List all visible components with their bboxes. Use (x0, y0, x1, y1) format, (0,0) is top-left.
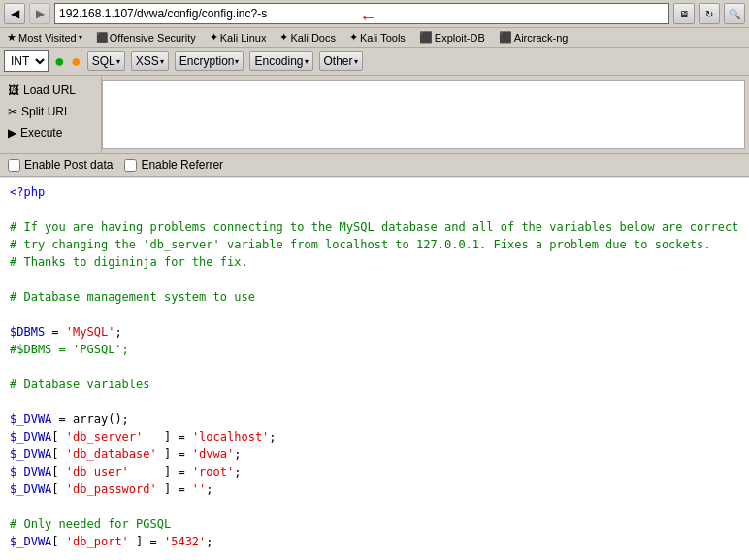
encoding-menu-arrow: ▾ (305, 57, 309, 66)
post-data-checkbox[interactable] (8, 159, 20, 172)
bookmark-aircrack-ng[interactable]: ⬛ Aircrack-ng (496, 30, 571, 45)
address-bar-row: ◀ ▶ ← 🖥 ↻ 🔍 (0, 0, 749, 28)
url-input-area: 🖼 Load URL ✂ Split URL ▶ Execute (0, 76, 749, 153)
split-url-icon: ✂ (8, 105, 17, 118)
bookmark-kali-docs[interactable]: ✦ Kali Docs (277, 30, 338, 45)
bookmark-most-visited[interactable]: ★ Most Visited ▾ (4, 30, 85, 45)
code-content: <?php # If you are having problems conne… (10, 183, 739, 560)
other-menu-arrow: ▾ (354, 57, 358, 66)
orange-indicator: ● (71, 52, 81, 70)
execute-icon: ▶ (8, 126, 16, 140)
kali-tools-icon: ✦ (349, 31, 358, 44)
forward-button[interactable]: ▶ (29, 3, 50, 24)
sql-menu-button[interactable]: SQL ▾ (87, 51, 125, 71)
offensive-security-icon: ⬛ (96, 32, 108, 43)
sql-menu-arrow: ▾ (116, 57, 120, 66)
most-visited-icon: ★ (7, 31, 16, 44)
search-button[interactable]: 🔍 (724, 3, 745, 24)
xss-menu-button[interactable]: XSS ▾ (131, 51, 169, 71)
bookmark-exploit-db[interactable]: ⬛ Exploit-DB (416, 30, 488, 45)
bookmark-kali-tools[interactable]: ✦ Kali Tools (346, 30, 408, 45)
referrer-checkbox[interactable] (124, 159, 137, 172)
post-data-checkbox-label[interactable]: Enable Post data (8, 158, 113, 172)
bookmarks-bar: ★ Most Visited ▾ ⬛ Offensive Security ✦ … (0, 28, 749, 48)
red-arrow-indicator: ← (359, 6, 378, 28)
execute-button[interactable]: ▶ Execute (6, 124, 95, 142)
encryption-menu-button[interactable]: Encryption ▾ (175, 51, 244, 71)
xss-menu-arrow: ▾ (160, 57, 164, 66)
load-url-button[interactable]: 🖼 Load URL (6, 82, 95, 99)
toolbar-row: INT ● ● SQL ▾ XSS ▾ Encryption ▾ Encodin… (0, 48, 749, 76)
reload-button[interactable]: ↻ (699, 3, 720, 24)
left-panel: 🖼 Load URL ✂ Split URL ▶ Execute (0, 76, 102, 153)
other-menu-button[interactable]: Other ▾ (319, 51, 363, 71)
referrer-checkbox-label[interactable]: Enable Referrer (124, 158, 223, 172)
browser-window: ◀ ▶ ← 🖥 ↻ 🔍 ★ Most Visited ▾ ⬛ Offensive… (0, 0, 749, 560)
bookmark-offensive-security[interactable]: ⬛ Offensive Security (93, 31, 199, 45)
encoding-menu-button[interactable]: Encoding ▾ (249, 51, 312, 71)
home-button[interactable]: 🖥 (673, 3, 695, 24)
bookmark-kali-linux[interactable]: ✦ Kali Linux (207, 30, 270, 45)
checkboxes-row: Enable Post data Enable Referrer (0, 153, 749, 177)
aircrack-ng-icon: ⬛ (499, 31, 512, 44)
encryption-menu-arrow: ▾ (235, 57, 239, 66)
url-textarea[interactable] (102, 80, 745, 149)
kali-docs-icon: ✦ (279, 31, 288, 44)
exploit-db-icon: ⬛ (419, 31, 433, 44)
code-output-area: <?php # If you are having problems conne… (0, 177, 749, 560)
load-url-icon: 🖼 (8, 83, 19, 97)
kali-linux-icon: ✦ (210, 31, 218, 44)
green-indicator: ● (54, 52, 65, 70)
split-url-button[interactable]: ✂ Split URL (6, 103, 95, 120)
back-button[interactable]: ◀ (4, 3, 25, 24)
int-select[interactable]: INT (4, 50, 49, 72)
